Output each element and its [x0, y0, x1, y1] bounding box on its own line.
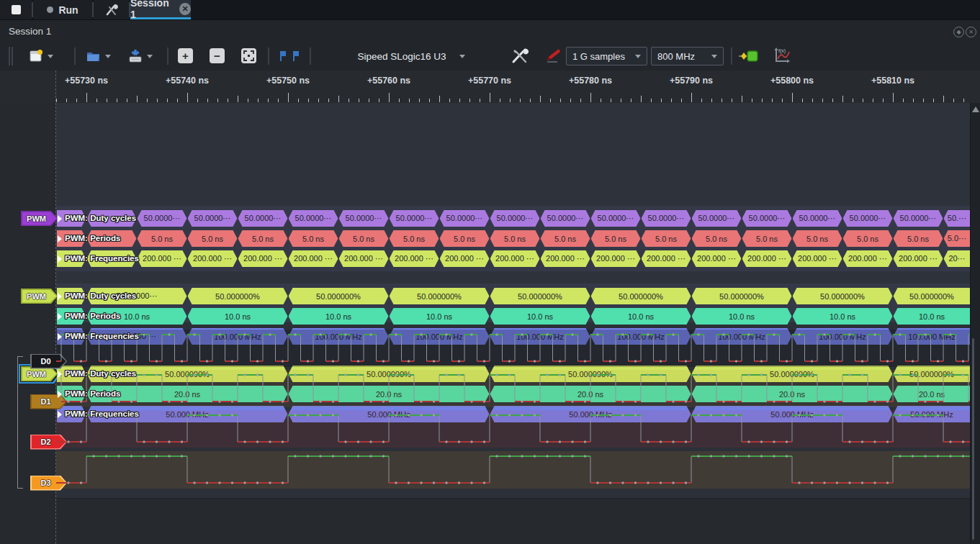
row-expand-icon[interactable]: [58, 313, 62, 320]
new-session-menu-caret[interactable]: [48, 55, 53, 58]
device-config-button[interactable]: [510, 45, 530, 68]
annotation-block[interactable]: 5.0 ns: [793, 230, 842, 247]
annotation-block[interactable]: 5.0 ns: [541, 230, 590, 247]
add-decoder-button[interactable]: [737, 45, 760, 68]
annotation-block[interactable]: 50.000000%: [390, 288, 490, 304]
row-expand-icon[interactable]: [58, 215, 62, 222]
dock-float-icon[interactable]: ◆: [953, 27, 964, 37]
annotation-block[interactable]: 10.0 ns: [894, 308, 971, 325]
decoder-row-label[interactable]: PWM: Periods: [65, 389, 120, 398]
waveform-d2[interactable]: [56, 411, 971, 447]
annotation-block[interactable]: 50.0000⋯: [894, 210, 943, 227]
show-trigger-markers-button[interactable]: [278, 45, 302, 68]
annotation-block[interactable]: 50.0000⋯: [490, 210, 540, 227]
annotation-block[interactable]: 200.000 ⋯: [843, 250, 893, 267]
decoder-row[interactable]: 50.0000⋯50.0000⋯50.0000⋯50.0000⋯50.0000⋯…: [56, 210, 971, 227]
toolbar-grip[interactable]: [12, 47, 13, 65]
row-expand-icon[interactable]: [58, 255, 62, 263]
zoom-out-button[interactable]: −: [210, 48, 225, 63]
decoder-row[interactable]: 10.0 ns10.0 ns10.0 ns10.0 ns10.0 ns10.0 …: [56, 308, 971, 325]
annotation-block[interactable]: 200.000 ⋯: [440, 250, 490, 267]
waveform-d0[interactable]: [56, 330, 971, 366]
annotation-block[interactable]: 50.0000⋯: [188, 210, 238, 227]
annotation-block[interactable]: 5.0 ns: [339, 230, 389, 247]
decoder-row-label[interactable]: PWM: Frequencies: [65, 332, 139, 340]
open-file-button[interactable]: [85, 45, 111, 68]
annotation-block[interactable]: 200.000 ⋯: [138, 250, 187, 267]
row-expand-icon[interactable]: [58, 371, 62, 378]
decoder-tag-pwm-1[interactable]: PWM: [22, 290, 57, 303]
annotation-block[interactable]: 50.000000%: [289, 288, 389, 304]
decoder-row-label[interactable]: PWM: Frequencies: [65, 409, 139, 418]
row-expand-icon[interactable]: [58, 391, 62, 398]
annotation-block[interactable]: 50.0000⋯: [440, 210, 490, 227]
decoder-row-label[interactable]: PWM: Periods: [65, 312, 120, 320]
annotation-block[interactable]: 50.0000⋯: [289, 210, 338, 227]
annotation-block[interactable]: 5.0 ns: [138, 230, 187, 247]
annotation-block[interactable]: 5.0 ns: [843, 230, 893, 247]
decoder-row-label[interactable]: PWM: Duty cycles: [65, 291, 136, 300]
annotation-block[interactable]: 50.000000%: [793, 288, 893, 304]
row-expand-icon[interactable]: [58, 235, 62, 242]
row-expand-icon[interactable]: [58, 293, 62, 300]
annotation-block[interactable]: 50.0000⋯: [390, 210, 439, 227]
annotation-block[interactable]: 50.0000⋯: [742, 210, 792, 227]
decoder-row-label[interactable]: PWM: Duty cycles: [65, 369, 136, 378]
decoder-tag-pwm-0[interactable]: PWM: [22, 212, 57, 225]
annotation-block[interactable]: 5.0 ns: [188, 230, 238, 247]
save-file-button[interactable]: [127, 45, 153, 68]
annotation-block[interactable]: 20⋯: [944, 250, 971, 267]
annotation-block[interactable]: 200.000 ⋯: [490, 250, 540, 267]
annotation-block[interactable]: 10.0 ns: [289, 308, 389, 325]
row-expand-icon[interactable]: [58, 333, 62, 340]
annotation-block[interactable]: 50.0000⋯: [541, 210, 590, 227]
open-menu-caret[interactable]: [105, 55, 111, 58]
annotation-block[interactable]: 50.⋯: [944, 210, 971, 227]
annotation-block[interactable]: 50.0000⋯: [793, 210, 842, 227]
annotation-block[interactable]: 50.0000⋯: [138, 210, 187, 227]
annotation-block[interactable]: 200.000 ⋯: [541, 250, 590, 267]
settings-button[interactable]: [94, 0, 129, 19]
scrollbar-thumb[interactable]: [972, 338, 974, 540]
decoder-tag-pwm-2[interactable]: PWM: [22, 368, 57, 381]
zoom-fit-button[interactable]: [241, 48, 256, 63]
annotation-block[interactable]: 50.000000%: [490, 288, 590, 304]
annotation-block[interactable]: 5.0 ns: [440, 230, 490, 247]
decoder-row-label[interactable]: PWM: Duty cycles: [65, 214, 136, 222]
annotation-block[interactable]: 200.000 ⋯: [642, 250, 691, 267]
annotation-block[interactable]: 5.0 ns: [692, 230, 742, 247]
annotation-block[interactable]: 5.0 ns: [289, 230, 338, 247]
zoom-in-button[interactable]: +: [178, 48, 193, 63]
annotation-block[interactable]: 50.0000⋯: [642, 210, 691, 227]
annotation-block[interactable]: 50.000000%: [188, 288, 288, 304]
annotation-block[interactable]: 200.000 ⋯: [289, 250, 338, 267]
waveform-d3[interactable]: [56, 452, 971, 488]
annotation-block[interactable]: 200.000 ⋯: [894, 250, 943, 267]
annotation-block[interactable]: 10.0 ns: [793, 308, 893, 325]
decoder-row[interactable]: 50.00000⋯50.000000%50.000000%50.000000%5…: [56, 288, 971, 304]
annotation-block[interactable]: 50.000000%: [591, 288, 691, 304]
annotation-block[interactable]: 200.000 ⋯: [238, 250, 288, 267]
annotation-block[interactable]: 200.000 ⋯: [591, 250, 641, 267]
annotation-block[interactable]: 50.0000⋯: [339, 210, 389, 227]
toolbar-grip[interactable]: [9, 47, 10, 65]
configure-channels-button[interactable]: [541, 45, 562, 68]
annotation-block[interactable]: 200.000 ⋯: [339, 250, 389, 267]
time-ruler[interactable]: +55730 ns+55740 ns+55750 ns+55760 ns+557…: [0, 71, 980, 104]
save-menu-caret[interactable]: [147, 55, 153, 58]
annotation-block[interactable]: 10.0 ns: [692, 308, 792, 325]
sample-count-selector[interactable]: 1 G samples: [566, 47, 647, 65]
scroll-up-icon[interactable]: [972, 106, 979, 112]
add-math-signal-button[interactable]: f(x): [772, 45, 792, 68]
annotation-block[interactable]: 5.0 ns: [742, 230, 792, 247]
decoder-row-label[interactable]: PWM: Frequencies: [65, 254, 139, 263]
stop-button[interactable]: [0, 0, 32, 19]
annotation-block[interactable]: 50.0000⋯: [692, 210, 742, 227]
trace-view[interactable]: PWM50.0000⋯50.0000⋯50.0000⋯50.0000⋯50.00…: [0, 103, 980, 544]
annotation-block[interactable]: 5.0 ns: [591, 230, 641, 247]
sample-rate-selector[interactable]: 800 MHz: [651, 47, 724, 65]
annotation-block[interactable]: 200.000 ⋯: [742, 250, 792, 267]
waveform-d1[interactable]: [56, 371, 971, 407]
decoder-row-label[interactable]: PWM: Periods: [65, 234, 120, 242]
device-selector[interactable]: Sipeed SLogic16 U3: [317, 47, 505, 65]
